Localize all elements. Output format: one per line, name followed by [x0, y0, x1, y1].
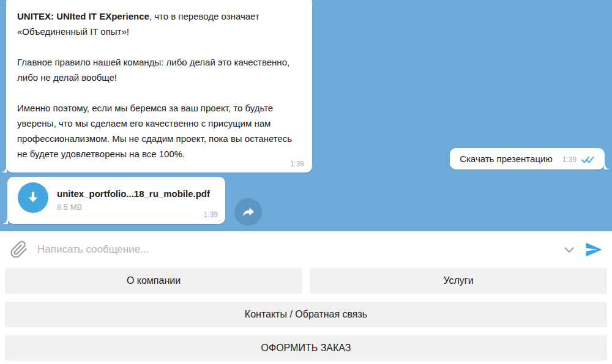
- keyboard-button-services[interactable]: Услуги: [310, 268, 607, 294]
- message-paragraph: Именно поэтому, если мы беремся за ваш п…: [17, 100, 301, 162]
- file-message-bubble: unitex_portfolio...18_ru_mobile.pdf 8.5 …: [7, 177, 225, 224]
- message-timestamp: 1:39: [562, 155, 577, 164]
- message-paragraph: UNITEX: UNIted IT EXperience, что в пере…: [17, 9, 301, 39]
- message-text: Скачать презентацию: [460, 154, 553, 164]
- incoming-message-bubble: UNITEX: UNIted IT EXperience, что в пере…: [6, 0, 312, 173]
- chevron-down-icon: [561, 242, 577, 258]
- file-size: 8.5 MB: [57, 202, 82, 212]
- keyboard-row: ОФОРМИТЬ ЗАКАЗ: [5, 335, 607, 361]
- hide-keyboard-button[interactable]: [558, 239, 580, 261]
- keyboard-row: Контакты / Обратная связь: [5, 302, 607, 327]
- bot-keyboard: О компании Услуги Контакты / Обратная св…: [0, 268, 612, 364]
- forward-arrow-icon: [241, 205, 256, 220]
- send-message-button[interactable]: [580, 237, 607, 262]
- message-timestamp: 1:39: [290, 160, 304, 168]
- keyboard-row: О компании Услуги: [5, 268, 607, 294]
- telegram-chat-screen: UNITEX: UNIted IT EXperience, что в пере…: [0, 0, 612, 364]
- chat-message-area: UNITEX: UNIted IT EXperience, что в пере…: [0, 0, 612, 231]
- message-composer: [0, 231, 612, 268]
- keyboard-button-contacts[interactable]: Контакты / Обратная связь: [5, 302, 607, 327]
- message-timestamp: 1:39: [204, 210, 218, 219]
- file-name: unitex_portfolio...18_ru_mobile.pdf: [57, 188, 210, 199]
- message-input[interactable]: [37, 243, 558, 256]
- attach-file-button[interactable]: [8, 239, 30, 261]
- forward-message-button[interactable]: [234, 198, 262, 226]
- paperclip-icon: [10, 240, 28, 259]
- send-paper-plane-icon: [583, 240, 604, 259]
- outgoing-message-bubble: Скачать презентацию 1:39: [450, 148, 605, 169]
- read-double-check-icon: [581, 156, 595, 164]
- message-paragraph: Главное правило нашей команды: либо дела…: [17, 54, 301, 85]
- keyboard-button-order[interactable]: ОФОРМИТЬ ЗАКАЗ: [5, 335, 607, 361]
- download-arrow-icon: [25, 190, 41, 206]
- message-bold-text: UNITEX: UNIted IT EXperience: [17, 11, 149, 21]
- keyboard-button-about[interactable]: О компании: [5, 268, 302, 294]
- download-file-button[interactable]: [18, 182, 48, 213]
